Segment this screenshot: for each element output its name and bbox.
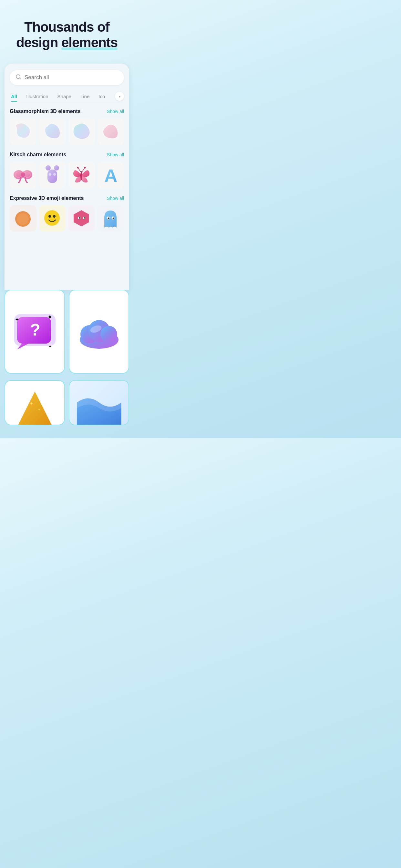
svg-marker-42 xyxy=(18,392,51,425)
svg-point-19 xyxy=(44,210,60,226)
partial-card-wave[interactable] xyxy=(69,380,129,425)
glass-elem-2[interactable] xyxy=(39,118,66,145)
svg-marker-22 xyxy=(73,210,89,226)
tab-line[interactable]: Line xyxy=(76,91,94,102)
emoji-title: Expressive 3D emoji elements xyxy=(10,195,84,201)
hero-section: Thousands of design elements xyxy=(0,0,134,60)
glass-elem-1[interactable] xyxy=(10,118,36,145)
tab-all[interactable]: All xyxy=(10,91,22,102)
kitsch-bow[interactable] xyxy=(10,161,36,188)
tab-illustration[interactable]: Illustration xyxy=(22,91,53,102)
search-input[interactable] xyxy=(25,74,118,81)
svg-point-8 xyxy=(54,165,59,170)
svg-point-29 xyxy=(108,217,110,219)
emoji-smiley[interactable] xyxy=(39,205,66,232)
search-bar[interactable] xyxy=(10,70,124,85)
search-icon xyxy=(16,74,21,82)
kitsch-grid: A xyxy=(10,161,124,188)
svg-text:?: ? xyxy=(30,320,40,339)
emoji-blue-ghost[interactable] xyxy=(97,205,124,232)
emoji-cookie[interactable] xyxy=(10,205,36,232)
kitsch-butterfly[interactable] xyxy=(68,161,95,188)
emoji-header: Expressive 3D emoji elements Show all xyxy=(10,195,124,201)
kitsch-letter-a[interactable]: A xyxy=(97,161,124,188)
kitsch-header: Kitsch charm elements Show all xyxy=(10,152,124,158)
svg-point-40 xyxy=(100,326,117,343)
svg-text:A: A xyxy=(104,165,117,184)
glassmorphism-title: Glassmorphism 3D elements xyxy=(10,108,81,114)
featured-section: ? ✦ ✦ ✦ xyxy=(4,290,129,380)
emoji-grid xyxy=(10,205,124,232)
featured-card-cloud[interactable] xyxy=(69,290,129,374)
kitsch-bear[interactable] xyxy=(39,161,66,188)
glassmorphism-section: Glassmorphism 3D elements Show all xyxy=(10,108,124,145)
tab-chevron-icon[interactable]: › xyxy=(115,92,124,101)
svg-point-30 xyxy=(113,217,114,219)
svg-point-11 xyxy=(53,173,56,176)
svg-point-13 xyxy=(81,171,82,180)
tab-icon[interactable]: Ico xyxy=(94,91,110,102)
svg-point-18 xyxy=(17,213,29,225)
svg-point-12 xyxy=(50,176,55,180)
title-line1: Thousands of xyxy=(24,20,109,35)
svg-text:✦: ✦ xyxy=(15,317,19,322)
main-card: All Illustration Shape Line Ico › Glassm… xyxy=(4,64,129,290)
svg-point-25 xyxy=(79,217,80,219)
emoji-show-all[interactable]: Show all xyxy=(107,196,124,201)
filter-tabs: All Illustration Shape Line Ico › xyxy=(10,91,124,102)
glassmorphism-header: Glassmorphism 3D elements Show all xyxy=(10,108,124,114)
glassmorphism-grid xyxy=(10,118,124,145)
svg-text:✦: ✦ xyxy=(29,401,33,406)
hero-title: Thousands of design elements xyxy=(10,20,124,51)
svg-text:✦: ✦ xyxy=(37,408,40,411)
title-line2: design xyxy=(16,35,58,50)
kitsch-title: Kitsch charm elements xyxy=(10,152,66,158)
glass-elem-4[interactable] xyxy=(97,118,124,145)
emoji-hex-face[interactable] xyxy=(68,205,95,232)
kitsch-show-all[interactable]: Show all xyxy=(107,152,124,157)
glassmorphism-show-all[interactable]: Show all xyxy=(107,109,124,114)
title-highlight: elements xyxy=(61,35,118,51)
partial-card-mountain[interactable]: ✦ ✦ xyxy=(4,380,65,425)
svg-line-1 xyxy=(19,78,20,79)
featured-card-question[interactable]: ? ✦ ✦ ✦ xyxy=(4,290,65,374)
svg-text:✦: ✦ xyxy=(49,344,52,349)
bottom-row: ✦ ✦ xyxy=(4,380,129,425)
svg-point-7 xyxy=(45,165,51,170)
svg-point-6 xyxy=(21,173,25,177)
svg-point-14 xyxy=(77,166,79,168)
svg-text:✦: ✦ xyxy=(47,314,53,321)
glass-elem-3[interactable] xyxy=(68,118,95,145)
svg-point-20 xyxy=(49,215,51,218)
page-wrapper: Thousands of design elements All Illustr… xyxy=(0,0,134,438)
svg-point-10 xyxy=(49,173,51,176)
svg-point-15 xyxy=(84,166,86,168)
svg-point-21 xyxy=(53,215,56,218)
tab-shape[interactable]: Shape xyxy=(53,91,76,102)
svg-point-26 xyxy=(84,217,85,219)
emoji-section: Expressive 3D emoji elements Show all xyxy=(10,195,124,232)
kitsch-section: Kitsch charm elements Show all xyxy=(10,152,124,188)
